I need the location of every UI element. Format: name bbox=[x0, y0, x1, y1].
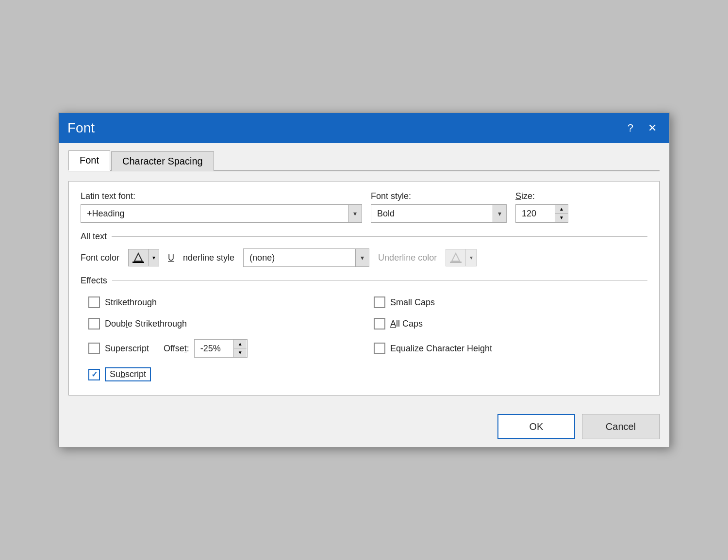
latin-font-label: Latin text font: bbox=[81, 191, 362, 201]
svg-rect-3 bbox=[450, 262, 462, 263]
size-value: 120 bbox=[516, 206, 555, 222]
font-style-value: Bold bbox=[371, 206, 493, 222]
dialog-body: Font Character Spacing Latin text font: … bbox=[59, 143, 669, 405]
svg-marker-0 bbox=[134, 253, 142, 261]
content-area: Latin text font: +Heading ▾ Font style: … bbox=[68, 181, 660, 395]
underline-color-dropdown-arrow[interactable]: ▾ bbox=[465, 249, 476, 266]
offset-label: Offset: bbox=[164, 344, 189, 354]
strikethrough-row: Strikethrough bbox=[88, 296, 354, 308]
latin-font-group: Latin text font: +Heading ▾ bbox=[81, 191, 362, 223]
strikethrough-label: Strikethrough bbox=[105, 297, 157, 308]
close-button[interactable]: ✕ bbox=[644, 121, 661, 135]
equalize-char-height-row: Equalize Character Height bbox=[374, 339, 640, 358]
latin-font-dropdown[interactable]: +Heading ▾ bbox=[81, 204, 362, 223]
font-color-dropdown-arrow[interactable]: ▾ bbox=[148, 249, 159, 266]
underline-color-label: Underline color bbox=[378, 253, 437, 263]
font-dialog: Font ? ✕ Font Character Spacing Latin te… bbox=[58, 113, 670, 447]
size-spinner[interactable]: 120 ▲ ▼ bbox=[515, 204, 568, 223]
latin-font-dropdown-btn[interactable]: ▾ bbox=[348, 205, 362, 222]
font-fields-row: Latin text font: +Heading ▾ Font style: … bbox=[81, 191, 647, 223]
size-label: Size: bbox=[515, 191, 568, 201]
small-caps-row: Small Caps bbox=[374, 296, 640, 308]
tab-bar: Font Character Spacing bbox=[68, 150, 660, 171]
superscript-row: Superscript Offset: -25% ▲ ▼ bbox=[88, 339, 354, 358]
all-caps-row: All Caps bbox=[374, 318, 640, 329]
underline-style-dropdown-btn[interactable]: ▾ bbox=[355, 249, 369, 266]
equalize-char-height-label: Equalize Character Height bbox=[390, 344, 492, 354]
dialog-footer: OK Cancel bbox=[59, 405, 669, 447]
offset-spinner[interactable]: -25% ▲ ▼ bbox=[194, 339, 248, 358]
font-color-label: Font color bbox=[81, 253, 119, 263]
size-group: Size: 120 ▲ ▼ bbox=[515, 191, 568, 223]
font-style-dropdown[interactable]: Bold ▾ bbox=[371, 204, 507, 223]
small-caps-label: Small Caps bbox=[390, 297, 435, 308]
double-strikethrough-row: Double Strikethrough bbox=[88, 318, 354, 329]
offset-spinner-btns: ▲ ▼ bbox=[233, 340, 247, 357]
font-style-dropdown-btn[interactable]: ▾ bbox=[493, 205, 506, 222]
ok-button[interactable]: OK bbox=[497, 414, 575, 439]
small-caps-checkbox[interactable] bbox=[374, 296, 385, 308]
tab-character-spacing[interactable]: Character Spacing bbox=[111, 151, 214, 171]
size-down-btn[interactable]: ▼ bbox=[555, 214, 568, 222]
all-text-divider bbox=[112, 236, 647, 237]
double-strikethrough-label: Double Strikethrough bbox=[105, 319, 187, 329]
offset-value: -25% bbox=[195, 341, 233, 357]
underline-style-value: (none) bbox=[244, 250, 355, 266]
subscript-row: Subscript bbox=[88, 367, 354, 381]
superscript-checkbox[interactable] bbox=[88, 343, 100, 354]
dialog-title: Font bbox=[67, 120, 95, 136]
offset-down-btn[interactable]: ▼ bbox=[234, 348, 247, 357]
font-style-label: Font style: bbox=[371, 191, 507, 201]
font-color-btn[interactable]: ▾ bbox=[128, 249, 159, 266]
underline-style-label-rest: nderline style bbox=[183, 253, 234, 263]
size-up-btn[interactable]: ▲ bbox=[555, 205, 568, 214]
underline-color-btn[interactable]: ▾ bbox=[446, 249, 477, 266]
all-caps-label: All Caps bbox=[390, 319, 423, 329]
font-style-group: Font style: Bold ▾ bbox=[371, 191, 507, 223]
latin-font-value: +Heading bbox=[81, 206, 348, 222]
all-text-row: Font color ▾ Underline style (none) ▾ bbox=[81, 248, 647, 267]
title-bar-right: ? ✕ bbox=[624, 121, 661, 135]
title-bar: Font ? ✕ bbox=[59, 113, 669, 143]
equalize-char-height-checkbox[interactable] bbox=[374, 343, 385, 354]
strikethrough-checkbox[interactable] bbox=[88, 296, 100, 308]
tab-font[interactable]: Font bbox=[68, 150, 110, 171]
subscript-label: Subscript bbox=[105, 367, 151, 381]
offset-up-btn[interactable]: ▲ bbox=[234, 340, 247, 348]
svg-rect-1 bbox=[132, 262, 144, 263]
effects-divider bbox=[112, 280, 647, 281]
double-strikethrough-checkbox[interactable] bbox=[88, 318, 100, 329]
cancel-button[interactable]: Cancel bbox=[582, 414, 660, 439]
size-spinner-btns: ▲ ▼ bbox=[555, 205, 568, 222]
help-button[interactable]: ? bbox=[624, 121, 637, 135]
empty-cell bbox=[374, 367, 640, 381]
subscript-checkbox[interactable] bbox=[88, 369, 100, 380]
superscript-label: Superscript bbox=[105, 344, 149, 354]
font-color-icon bbox=[129, 249, 148, 266]
all-caps-checkbox[interactable] bbox=[374, 318, 385, 329]
all-text-header: All text bbox=[81, 231, 647, 242]
effects-header: Effects bbox=[81, 276, 647, 286]
underline-style-dropdown[interactable]: (none) ▾ bbox=[243, 248, 369, 267]
title-bar-left: Font bbox=[67, 120, 95, 136]
svg-marker-2 bbox=[452, 253, 460, 261]
underline-color-icon bbox=[446, 249, 465, 266]
offset-group: Offset: -25% ▲ ▼ bbox=[164, 339, 248, 358]
underline-style-label: U bbox=[168, 253, 174, 263]
